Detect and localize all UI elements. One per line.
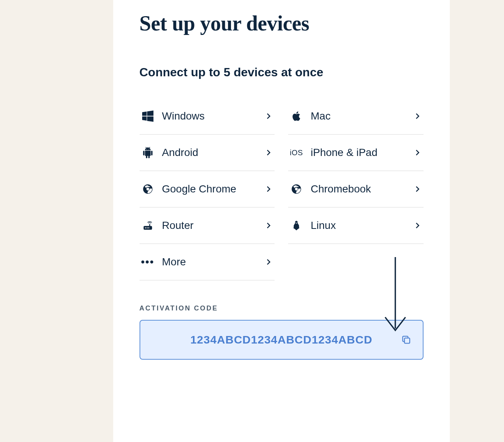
device-item-mac[interactable]: Mac [288,98,424,135]
chevron-right-icon [265,149,272,156]
device-grid: Windows Mac Android [140,98,424,280]
device-label: Android [162,147,265,159]
device-item-router[interactable]: Router [140,207,275,244]
activation-code-label: ACTIVATION CODE [140,304,424,312]
chevron-right-icon [414,149,421,156]
device-label: Google Chrome [162,183,265,195]
device-item-ios[interactable]: iOS iPhone & iPad [288,135,424,171]
activation-code-value: 1234ABCD1234ABCD1234ABCD [152,333,411,346]
chevron-right-icon [265,258,272,266]
setup-card: Set up your devices Connect up to 5 devi… [113,0,450,442]
more-dots-icon: ••• [142,256,154,268]
router-icon [142,219,154,232]
chevron-right-icon [414,185,421,193]
copy-icon[interactable] [401,335,411,345]
device-item-more[interactable]: ••• More [140,244,275,280]
chrome-icon [290,183,302,195]
windows-icon [142,110,154,122]
subheading: Connect up to 5 devices at once [140,65,424,79]
device-label: Chromebook [311,183,414,195]
device-label: Router [162,219,265,232]
linux-icon [290,219,302,232]
device-item-chrome[interactable]: Google Chrome [140,171,275,207]
ios-icon: iOS [290,147,302,159]
device-item-android[interactable]: Android [140,135,275,171]
chevron-right-icon [414,222,421,229]
device-item-chromebook[interactable]: Chromebook [288,171,424,207]
activation-code-box: 1234ABCD1234ABCD1234ABCD [140,320,424,360]
chrome-icon [142,183,154,195]
device-label: Mac [311,110,414,122]
chevron-right-icon [265,112,272,120]
device-label: iPhone & iPad [311,147,414,159]
android-icon [142,147,154,159]
device-label: More [162,256,265,268]
apple-icon [290,110,302,122]
chevron-right-icon [414,112,421,120]
device-item-windows[interactable]: Windows [140,98,275,135]
device-label: Windows [162,110,265,122]
chevron-right-icon [265,185,272,193]
svg-rect-0 [404,338,410,343]
page-title: Set up your devices [140,11,424,35]
device-item-linux[interactable]: Linux [288,207,424,244]
device-label: Linux [311,219,414,232]
chevron-right-icon [265,222,272,229]
